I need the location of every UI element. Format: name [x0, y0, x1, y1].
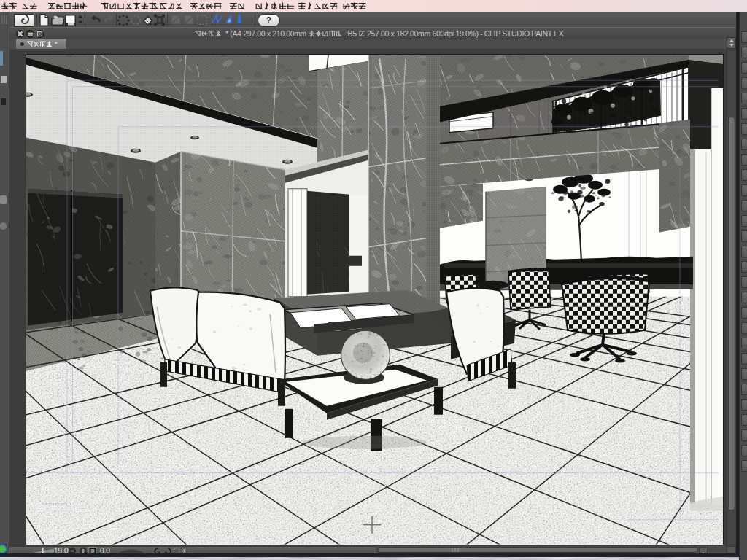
- svg-text:*: *: [55, 40, 58, 47]
- svg-text::B5: :B5: [346, 29, 357, 38]
- svg-text:257.00 x 182.00mm 600dpi 19.0%: 257.00 x 182.00mm 600dpi 19.0%) - CLIP S…: [367, 29, 564, 38]
- svg-text:* (A4 297.00 x 210.00mm: * (A4 297.00 x 210.00mm: [225, 29, 307, 38]
